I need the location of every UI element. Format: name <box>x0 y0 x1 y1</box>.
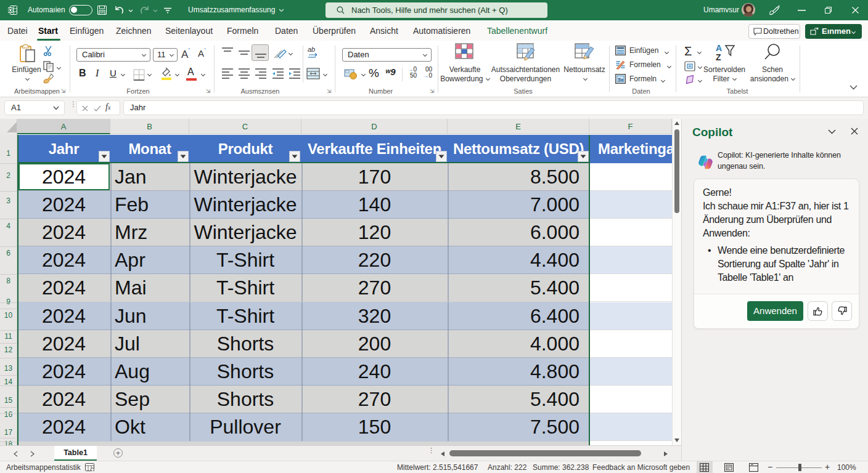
svg-text:A: A <box>716 43 722 53</box>
svg-text:ab: ab <box>308 46 315 53</box>
svg-text:5x: 5x <box>618 77 624 83</box>
svg-text:Z: Z <box>716 52 721 62</box>
